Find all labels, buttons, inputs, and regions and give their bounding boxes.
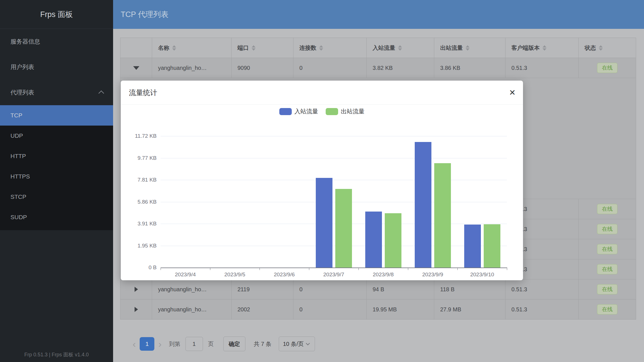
bar-出站流量-2023/9/10[interactable] [484, 224, 500, 268]
x-axis-tick [161, 268, 161, 270]
y-gridline [161, 202, 507, 202]
y-axis-tick-label: 1.95 KB [123, 243, 157, 249]
x-axis-tick [408, 268, 408, 270]
x-axis-tick-label: 2023/9/5 [210, 272, 260, 278]
y-gridline [161, 180, 507, 180]
y-axis-tick-label: 7.81 KB [123, 177, 157, 183]
app-root: Frps 面板 服务器信息 用户列表 代理列表 TCPUDPHTTPHTTPSS… [0, 0, 644, 362]
y-axis-tick-label: 11.72 KB [123, 133, 157, 139]
y-gridline [161, 158, 507, 158]
traffic-stats-modal: 流量统计 ✕ 入站流量出站流量 0 B1.95 KB3.91 KB5.86 KB… [121, 81, 523, 280]
x-axis-line [161, 268, 507, 268]
x-axis-tick [457, 268, 458, 270]
y-axis-tick-label: 0 B [123, 264, 157, 271]
x-axis-tick-label: 2023/9/10 [457, 272, 507, 278]
bar-出站流量-2023/9/7[interactable] [335, 189, 352, 268]
bar-入站流量-2023/9/8[interactable] [365, 212, 382, 268]
traffic-bar-chart: 0 B1.95 KB3.91 KB5.86 KB7.81 KB9.77 KB11… [121, 81, 523, 280]
bar-出站流量-2023/9/8[interactable] [385, 213, 401, 268]
x-axis-tick [358, 268, 359, 270]
x-axis-tick-label: 2023/9/8 [358, 272, 408, 278]
x-axis-tick [507, 268, 507, 270]
y-axis-tick-label: 3.91 KB [123, 221, 157, 227]
y-gridline [161, 224, 507, 224]
y-gridline [161, 136, 507, 136]
x-axis-tick [309, 268, 309, 270]
x-axis-tick-label: 2023/9/7 [309, 272, 358, 278]
y-gridline [161, 246, 507, 246]
y-axis-tick-label: 9.77 KB [123, 155, 157, 161]
bar-入站流量-2023/9/10[interactable] [464, 225, 481, 268]
x-axis-tick-label: 2023/9/9 [408, 272, 457, 278]
x-axis-tick [260, 268, 260, 270]
bar-入站流量-2023/9/7[interactable] [316, 178, 332, 268]
x-axis-tick-label: 2023/9/4 [161, 272, 210, 278]
x-axis-tick-label: 2023/9/6 [260, 272, 309, 278]
bar-入站流量-2023/9/9[interactable] [415, 142, 431, 268]
x-axis-tick [210, 268, 210, 270]
y-axis-tick-label: 5.86 KB [123, 199, 157, 205]
bar-出站流量-2023/9/9[interactable] [434, 163, 451, 268]
